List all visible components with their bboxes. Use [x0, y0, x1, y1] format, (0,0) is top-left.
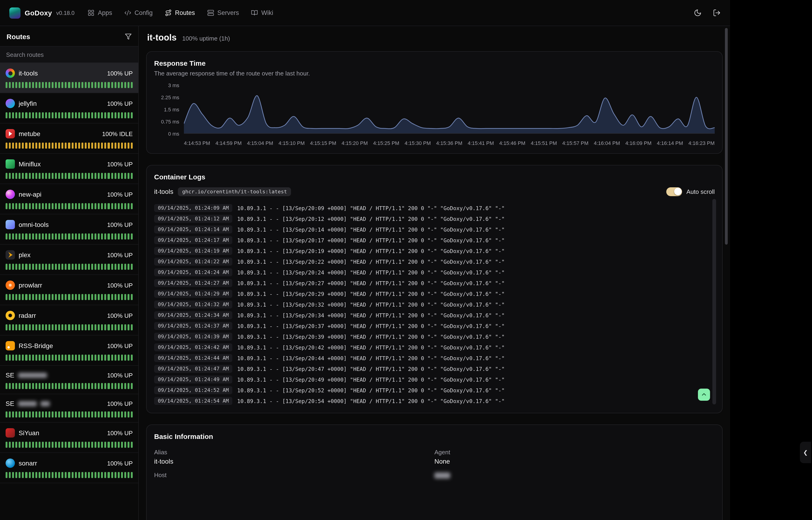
- log-timestamp: 09/14/2025, 01:24:29 AM: [154, 290, 232, 298]
- route-item-plex[interactable]: plex100% UP: [0, 244, 138, 275]
- nav-item-servers[interactable]: Servers: [207, 9, 239, 16]
- route-item-sonarr[interactable]: sonarr100% UP: [0, 453, 138, 483]
- logs-scrollbar-thumb[interactable]: [712, 199, 716, 405]
- route-name: plex: [19, 251, 30, 259]
- plex-icon: [6, 250, 15, 260]
- chart-x-axis: 4:14:53 PM4:14:59 PM4:15:04 PM4:15:10 PM…: [184, 140, 715, 146]
- route-row: omni-tools100% UP: [6, 220, 133, 229]
- log-row: 09/14/2025, 01:24:24 AM10.89.3.1 - - [13…: [154, 267, 704, 278]
- route-item-rss-bridge[interactable]: RSS-Bridge100% UP: [0, 336, 138, 366]
- log-message: 10.89.3.1 - - [13/Sep/20:24 +0000] "HEAD…: [237, 269, 505, 276]
- filter-button[interactable]: [125, 33, 132, 40]
- route-item-omni-tools[interactable]: omni-tools100% UP: [0, 214, 138, 244]
- logout-button[interactable]: [713, 9, 721, 17]
- brand-name: GoDoxy: [25, 9, 52, 17]
- route-row: sonarr100% UP: [6, 459, 133, 468]
- code-icon: [124, 9, 131, 16]
- log-row: 09/14/2025, 01:24:32 AM10.89.3.1 - - [13…: [154, 299, 704, 310]
- route-row: SE100% UP: [6, 371, 133, 379]
- log-message: 10.89.3.1 - - [13/Sep/20:42 +0000] "HEAD…: [237, 344, 505, 350]
- route-row: prowlarr100% UP: [6, 281, 133, 290]
- route-item-radarr[interactable]: radarr100% UP: [0, 305, 138, 336]
- x-tick-label: 4:14:59 PM: [215, 140, 242, 146]
- uptime-bars: [6, 472, 133, 478]
- route-name: jellyfin: [19, 100, 37, 107]
- route-row: SiYuan100% UP: [6, 428, 133, 438]
- page-scrollbar[interactable]: [725, 28, 728, 244]
- uptime-bars: [6, 324, 133, 330]
- log-message: 10.89.3.1 - - [13/Sep/20:54 +0000] "HEAD…: [237, 398, 505, 404]
- route-item-new-api[interactable]: new-api100% UP: [0, 184, 138, 214]
- log-row: 09/14/2025, 01:24:42 AM10.89.3.1 - - [13…: [154, 342, 704, 353]
- page-header: it-tools 100% uptime (1h): [146, 33, 723, 46]
- route-item-se-redacted-1[interactable]: SE100% UP: [0, 366, 138, 394]
- nav-item-config[interactable]: Config: [124, 9, 153, 16]
- uptime-bars: [6, 142, 133, 149]
- route-item-siyuan[interactable]: SiYuan100% UP: [0, 423, 138, 453]
- it-tools-icon: [6, 69, 15, 78]
- chart-plot-area: [184, 85, 715, 134]
- route-status: 100% UP: [107, 312, 133, 319]
- route-item-metube[interactable]: metube100% IDLE: [0, 124, 138, 154]
- log-message: 10.89.3.1 - - [13/Sep/20:22 +0000] "HEAD…: [237, 258, 505, 265]
- uptime-bars: [6, 233, 133, 239]
- route-item-se-redacted-2[interactable]: SE100% UP: [0, 394, 138, 423]
- log-message: 10.89.3.1 - - [13/Sep/20:37 +0000] "HEAD…: [237, 323, 505, 329]
- log-row: 09/14/2025, 01:24:09 AM10.89.3.1 - - [13…: [154, 203, 704, 213]
- auto-scroll-toggle[interactable]: [667, 187, 682, 196]
- log-message: 10.89.3.1 - - [13/Sep/20:27 +0000] "HEAD…: [237, 280, 505, 286]
- routes-sidebar: Routes it-tools100% UPjellyfin100% UPmet…: [0, 26, 139, 520]
- info-field-alias: Aliasit-tools: [154, 449, 435, 465]
- x-tick-label: 4:15:30 PM: [404, 140, 431, 146]
- uptime-bars: [6, 173, 133, 179]
- route-name: it-tools: [19, 70, 38, 77]
- chevron-up-icon: [701, 391, 707, 398]
- route-row: SE100% UP: [6, 400, 133, 407]
- log-message: 10.89.3.1 - - [13/Sep/20:47 +0000] "HEAD…: [237, 366, 505, 372]
- uptime-bars: [6, 203, 133, 209]
- logs-scrollbar[interactable]: [712, 199, 716, 405]
- route-item-jellyfin[interactable]: jellyfin100% UP: [0, 93, 138, 124]
- route-item-it-tools[interactable]: it-tools100% UP: [0, 63, 138, 93]
- y-tick-label: 0 ms: [168, 131, 179, 136]
- radarr-icon: [6, 311, 15, 320]
- log-row: 09/14/2025, 01:24:29 AM10.89.3.1 - - [13…: [154, 288, 704, 299]
- search-routes-input[interactable]: [0, 46, 138, 63]
- info-label: Host: [154, 471, 435, 478]
- route-status: 100% UP: [107, 430, 133, 436]
- autoscroll-control: Auto scroll: [667, 187, 715, 196]
- grid-icon: [87, 9, 94, 16]
- response-time-area-chart: [184, 85, 715, 133]
- nav-item-label: Servers: [217, 9, 239, 16]
- basic-information-title: Basic Information: [154, 433, 715, 440]
- route-item-prowlarr[interactable]: prowlarr100% UP: [0, 275, 138, 305]
- log-timestamp: 09/14/2025, 01:24:17 AM: [154, 236, 232, 244]
- x-tick-label: 4:15:25 PM: [373, 140, 399, 146]
- miniflux-icon: [6, 159, 15, 169]
- brand[interactable]: GoDoxy v0.18.0: [9, 7, 75, 19]
- redacted-value-block: [435, 472, 450, 478]
- logout-icon: [713, 9, 721, 17]
- drawer-collapse-button[interactable]: ❮: [800, 442, 811, 463]
- theme-toggle-button[interactable]: [694, 9, 702, 17]
- log-timestamp: 09/14/2025, 01:24:39 AM: [154, 333, 232, 341]
- x-tick-label: 4:15:10 PM: [278, 140, 305, 146]
- log-message: 10.89.3.1 - - [13/Sep/20:34 +0000] "HEAD…: [237, 312, 505, 318]
- log-timestamp: 09/14/2025, 01:24:44 AM: [154, 354, 232, 362]
- uptime-bars: [6, 264, 133, 270]
- log-row: 09/14/2025, 01:24:17 AM10.89.3.1 - - [13…: [154, 235, 704, 245]
- scroll-to-top-button[interactable]: [698, 389, 710, 401]
- nav-item-routes[interactable]: Routes: [165, 9, 195, 16]
- nav-item-wiki[interactable]: Wiki: [251, 9, 273, 16]
- log-message: 10.89.3.1 - - [13/Sep/20:52 +0000] "HEAD…: [237, 387, 505, 393]
- nav-item-apps[interactable]: Apps: [87, 9, 112, 16]
- log-timestamp: 09/14/2025, 01:24:22 AM: [154, 258, 232, 266]
- nav-item-label: Config: [135, 9, 153, 16]
- log-row: 09/14/2025, 01:24:14 AM10.89.3.1 - - [13…: [154, 224, 704, 235]
- route-item-miniflux[interactable]: Miniflux100% UP: [0, 154, 138, 184]
- log-timestamp: 09/14/2025, 01:24:19 AM: [154, 247, 232, 255]
- main-content: it-tools 100% uptime (1h) Response Time …: [139, 26, 730, 520]
- log-timestamp: 09/14/2025, 01:24:12 AM: [154, 215, 232, 223]
- route-name: prowlarr: [19, 281, 42, 289]
- route-status: 100% IDLE: [102, 130, 133, 137]
